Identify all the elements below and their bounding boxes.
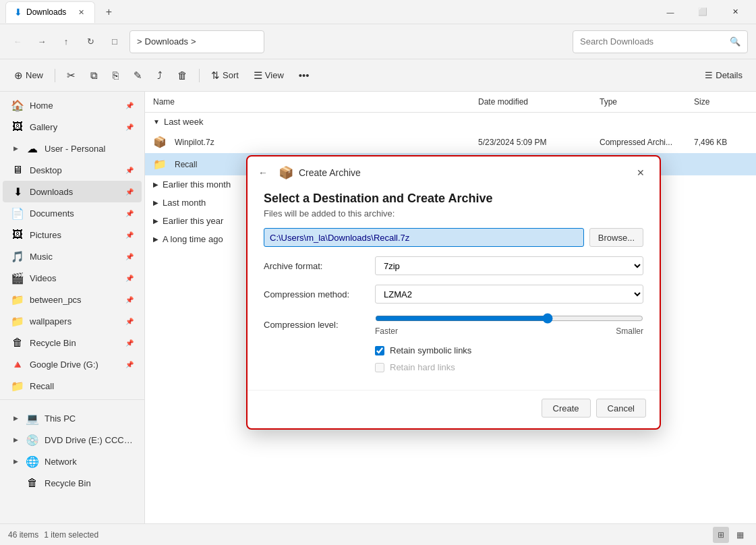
- view-button[interactable]: ☰ View: [248, 65, 290, 86]
- sidebar-item-dvd[interactable]: ▶ 💿 DVD Drive (E:) CCCOMA_X64: [3, 429, 142, 451]
- create-archive-dialog: ← 📦 Create Archive ✕ Select a Destinatio…: [246, 155, 661, 430]
- copy-icon: ⧉: [90, 69, 98, 82]
- dialog-heading: Select a Destination and Create Archive: [264, 192, 643, 206]
- group-last-week[interactable]: ▼ Last week: [145, 113, 756, 131]
- dialog-body: Select a Destination and Create Archive …: [248, 186, 660, 390]
- refresh-button[interactable]: ↻: [81, 32, 100, 51]
- browse-button[interactable]: Browse...: [589, 228, 643, 247]
- location-button[interactable]: □: [105, 32, 124, 51]
- details-button[interactable]: ☰ Details: [699, 65, 748, 86]
- sidebar-item-recycle-bin-2[interactable]: ▶ 🗑 Recycle Bin: [3, 472, 142, 494]
- archive-path-input[interactable]: [264, 228, 584, 247]
- tab-label: Downloads: [26, 7, 66, 17]
- pin-icon-documents: 📌: [125, 210, 134, 217]
- create-button[interactable]: Create: [542, 399, 591, 418]
- sidebar-label-recall: Recall: [30, 381, 134, 391]
- sidebar-item-videos[interactable]: 🎬 Videos 📌: [3, 267, 142, 289]
- music-icon: 🎵: [11, 250, 24, 263]
- compression-method-select[interactable]: LZMA2 LZMA PPMd BZip2 Deflate Copy: [375, 285, 643, 304]
- network-icon: 🌐: [26, 455, 39, 468]
- thispc-icon: 💻: [26, 412, 39, 425]
- list-view-button[interactable]: ⊞: [713, 527, 729, 543]
- new-tab-button[interactable]: +: [100, 4, 117, 20]
- home-icon: 🏠: [11, 99, 24, 112]
- sidebar-label-thispc: This PC: [45, 413, 134, 424]
- recycle-icon: 🗑: [11, 337, 24, 349]
- sidebar-label-dvd: DVD Drive (E:) CCCOMA_X64: [45, 435, 134, 445]
- compression-level-slider[interactable]: [375, 313, 643, 324]
- col-header-size: Size: [689, 94, 756, 109]
- sidebar-label-videos: Videos: [30, 273, 120, 283]
- sidebar-item-this-pc[interactable]: ▶ 💻 This PC: [3, 407, 142, 429]
- back-button[interactable]: ←: [8, 32, 27, 51]
- more-button[interactable]: •••: [293, 65, 316, 86]
- close-button[interactable]: ✕: [720, 1, 751, 23]
- toolbar: ⊕ New ✂ ⧉ ⎘ ✎ ⤴ 🗑 ⇅ Sort ☰ View ••• ☰ De…: [0, 59, 756, 92]
- retain-symbolic-checkbox[interactable]: [375, 346, 384, 355]
- sidebar-item-documents[interactable]: 📄 Documents 📌: [3, 202, 142, 224]
- pin-icon-videos: 📌: [125, 275, 134, 282]
- sidebar-item-desktop[interactable]: 🖥 Desktop 📌: [3, 159, 142, 181]
- retain-hard-label: Retain hard links: [390, 362, 455, 372]
- new-button[interactable]: ⊕ New: [8, 65, 49, 86]
- dialog-subtext: Files will be added to this archive:: [264, 208, 643, 219]
- sidebar-item-home[interactable]: 🏠 Home 📌: [3, 94, 142, 116]
- breadcrumb-arrow2: >: [191, 36, 196, 47]
- tab-close-button[interactable]: ✕: [76, 7, 86, 18]
- sidebar-label-pictures: Pictures: [30, 230, 120, 240]
- cut-button[interactable]: ✂: [61, 65, 82, 86]
- compression-level-label: Compression level:: [264, 320, 375, 330]
- retain-symbolic-label: Retain symbolic links: [390, 345, 471, 355]
- new-icon: ⊕: [14, 69, 23, 82]
- delete-button[interactable]: 🗑: [171, 65, 194, 86]
- maximize-button[interactable]: ⬜: [687, 1, 718, 23]
- copy-button[interactable]: ⧉: [84, 65, 104, 86]
- sidebar-item-recycle-bin[interactable]: 🗑 Recycle Bin 📌: [3, 332, 142, 353]
- forward-button[interactable]: →: [32, 32, 51, 51]
- dialog-titlebar: ← 📦 Create Archive ✕: [248, 156, 660, 186]
- sidebar-item-gallery[interactable]: 🖼 Gallery 📌: [3, 116, 142, 138]
- dialog-path-row: Browse...: [264, 228, 643, 247]
- pin-icon-desktop: 📌: [125, 167, 134, 174]
- dialog-format-row: Archive format: 7zip zip tar gz: [264, 256, 643, 275]
- search-icon[interactable]: 🔍: [730, 36, 740, 47]
- sidebar-item-recall[interactable]: 📁 Recall: [3, 375, 142, 397]
- paste-button[interactable]: ⎘: [107, 65, 125, 86]
- filename-recall: Recall: [175, 160, 197, 169]
- tab-icon: ⬇: [14, 7, 22, 18]
- file-row-winpilot[interactable]: 📦 Winpilot.7z 5/23/2024 5:09 PM Compress…: [145, 131, 756, 153]
- sidebar-item-downloads[interactable]: ⬇ Downloads 📌: [3, 181, 142, 202]
- google-drive-icon: 🔺: [11, 358, 24, 371]
- details-view-button[interactable]: ▦: [732, 527, 748, 543]
- sidebar-item-pictures[interactable]: 🖼 Pictures 📌: [3, 224, 142, 246]
- share-button[interactable]: ⤴: [151, 65, 169, 86]
- titlebar: ⬇ Downloads ✕ + — ⬜ ✕: [0, 0, 756, 24]
- active-tab[interactable]: ⬇ Downloads ✕: [5, 1, 95, 23]
- share-icon: ⤴: [157, 69, 163, 81]
- sidebar-item-between-pcs[interactable]: 📁 between_pcs 📌: [3, 289, 142, 310]
- sidebar-item-music[interactable]: 🎵 Music 📌: [3, 246, 142, 267]
- rename-button[interactable]: ✎: [127, 65, 148, 86]
- address-path[interactable]: > Downloads >: [129, 30, 264, 53]
- group-label-long-ago: A long time ago: [163, 234, 223, 244]
- retain-hard-checkbox[interactable]: [375, 363, 384, 372]
- file-size-winpilot: 7,496 KB: [689, 135, 756, 150]
- archive-format-select[interactable]: 7zip zip tar gz: [375, 256, 643, 275]
- search-input[interactable]: [580, 36, 726, 47]
- dialog-path-field: Browse...: [264, 228, 643, 247]
- dialog-back-button[interactable]: ←: [258, 167, 268, 178]
- pin-icon-gallery: 📌: [125, 123, 134, 131]
- pin-icon-pictures: 📌: [125, 231, 134, 239]
- sidebar-item-wallpapers[interactable]: 📁 wallpapers 📌: [3, 310, 142, 332]
- sidebar-item-user-personal[interactable]: ▶ ☁ User - Personal: [3, 138, 142, 159]
- dialog-close-button[interactable]: ✕: [633, 165, 649, 181]
- sidebar-item-google-drive[interactable]: 🔺 Google Drive (G:) 📌: [3, 353, 142, 375]
- dialog-method-row: Compression method: LZMA2 LZMA PPMd BZip…: [264, 285, 643, 304]
- sort-button[interactable]: ⇅ Sort: [205, 65, 245, 86]
- downloads-icon: ⬇: [11, 185, 24, 198]
- up-button[interactable]: ↑: [57, 32, 76, 51]
- toolbar-separator-2: [199, 69, 200, 82]
- cancel-button[interactable]: Cancel: [596, 399, 646, 418]
- minimize-button[interactable]: —: [655, 1, 686, 23]
- sidebar-item-network[interactable]: ▶ 🌐 Network: [3, 451, 142, 472]
